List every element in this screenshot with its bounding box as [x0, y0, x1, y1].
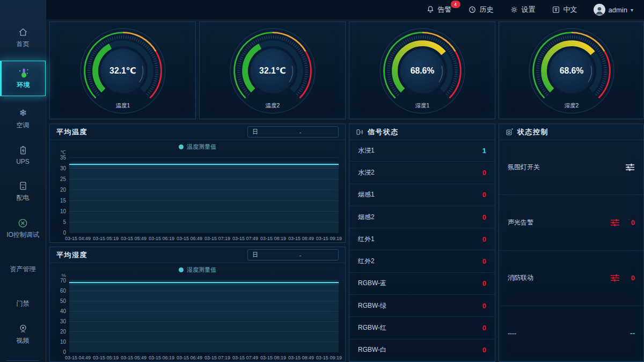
gridline [69, 157, 339, 158]
y-tick-label: 35 [60, 155, 66, 161]
language-label: 中文 [564, 5, 577, 15]
sidebar-item-label: 视频 [17, 336, 30, 345]
x-tick-label: 03-15 04:49 [65, 236, 91, 241]
sidebar-item-label: 门禁 [17, 299, 30, 308]
x-tick-label: 03-15 05:49 [121, 236, 147, 241]
control-icon [506, 128, 514, 136]
history-button[interactable]: 历史 [468, 5, 494, 15]
panel-title: 平均湿度 [56, 250, 87, 260]
x-tick-label: 03-15 06:19 [149, 236, 174, 241]
sidebar-item-env[interactable]: 环境 [0, 61, 46, 96]
gear-icon [510, 5, 518, 14]
gridline [69, 352, 339, 352]
sidebar-item-label: IO控制调试 [6, 230, 39, 240]
range-select[interactable]: 日 - [247, 126, 339, 137]
signal-value: 0 [482, 324, 486, 332]
range-mode: 日 [248, 128, 262, 136]
y-tick-label: 15 [60, 197, 66, 203]
signal-value: 0 [482, 235, 486, 243]
x-tick-label: 03-15 07:19 [204, 355, 230, 360]
legend-dot [179, 144, 184, 149]
x-axis: 03-15 04:4903-15 05:1903-15 05:4903-15 0… [65, 236, 342, 241]
y-tick-label: 10 [60, 208, 66, 214]
username: admin [609, 6, 627, 14]
history-label: 历史 [480, 5, 494, 15]
x-tick-label: 03-15 06:49 [177, 236, 202, 241]
x-tick-label: 03-15 06:49 [177, 355, 202, 360]
range-value: - [262, 129, 338, 135]
sidebar-item-ups[interactable]: UPS [0, 140, 46, 170]
x-tick-label: 03-15 07:49 [232, 236, 258, 241]
status-control-panel: 状态控制 氛围灯开关 声光告警 0消防联动 0---- -- [499, 124, 644, 362]
range-value: - [262, 252, 338, 258]
gauge-value: 32.1℃ [259, 66, 286, 75]
y-tick-label: 40 [60, 308, 66, 314]
plot-area: ℃ 35 30 25 20 15 10 5 0 [69, 157, 339, 233]
settings-label: 设置 [522, 5, 536, 15]
y-tick-label: 5 [63, 219, 66, 225]
sidebar-item-label: 资产管理 [10, 265, 36, 274]
signal-value: 0 [482, 302, 486, 310]
battery-icon [18, 144, 28, 156]
signal-row: 烟感1 0 [349, 184, 495, 206]
sidebar-item-label: 配电 [17, 193, 30, 202]
sidebar-item-assets[interactable]: 资产管理 [0, 260, 46, 279]
gauge: 32.1℃ 温度2 [200, 23, 345, 119]
range-mode: 日 [248, 251, 262, 259]
control-row: ---- -- [499, 306, 643, 361]
range-select[interactable]: 日 - [247, 249, 339, 260]
gauge-label: 温度1 [115, 103, 130, 108]
sliders-icon[interactable] [625, 163, 635, 171]
signal-value: 0 [482, 213, 486, 221]
signal-label: RGBW-红 [358, 323, 386, 332]
sidebar-item-video[interactable]: 视频 [0, 318, 46, 350]
sidebar-item-ac[interactable]: ❄空调 [0, 103, 46, 135]
gauge: 68.6% 湿度2 [499, 23, 643, 119]
signal-status-panel: 信号状态 水浸1 1水浸2 0烟感1 0烟感2 0红外1 0红外2 0RGBW-… [349, 124, 495, 362]
alarm-button[interactable]: 告警 4 [426, 5, 452, 15]
signal-row: RGBW-蓝 0 [349, 273, 495, 295]
y-tick-label: 0 [63, 349, 66, 355]
x-tick-label: 03-15 07:19 [204, 236, 230, 241]
legend-dot [179, 267, 184, 272]
data-line [69, 282, 339, 283]
sliders-icon[interactable] [610, 274, 620, 282]
history-icon [468, 5, 477, 14]
sidebar-item-home[interactable]: 首页 [0, 21, 46, 54]
x-tick-label: 03-15 07:49 [232, 355, 258, 360]
legend[interactable]: 湿度测量值 [50, 266, 345, 274]
avg-humidity-panel: 平均湿度 日 - 湿度测量值 % 70 60 50 40 30 20 10 0 [49, 247, 346, 362]
panel-title: 状态控制 [517, 127, 548, 137]
gauge-panel-3: 68.6% 湿度1 [349, 21, 495, 119]
y-tick-label: 70 [60, 278, 66, 284]
avg-temperature-panel: 平均温度 日 - 温度测量值 ℃ 35 30 25 20 15 10 5 0 [49, 124, 346, 243]
gridline [69, 280, 339, 281]
signal-label: RGBW-白 [358, 345, 386, 354]
sidebar-item-door[interactable]: 门禁 [0, 294, 46, 313]
signal-row: RGBW-红 0 [349, 317, 495, 339]
user-menu[interactable]: admin ▾ [594, 4, 633, 16]
legend[interactable]: 温度测量值 [50, 143, 345, 151]
signal-label: 烟感1 [358, 190, 375, 199]
signal-row: 红外1 0 [349, 228, 495, 250]
snowflake-icon: ❄ [19, 107, 26, 119]
y-tick-label: 20 [60, 187, 66, 193]
settings-button[interactable]: 设置 [510, 5, 536, 15]
sidebar-clock: 09:49:01 2024-03-15 [0, 355, 46, 362]
signal-label: 烟感2 [358, 213, 375, 222]
y-tick-label: 30 [60, 165, 66, 171]
control-value: 0 [630, 219, 635, 227]
control-row: 氛围灯开关 [499, 140, 643, 195]
sidebar-item-label: 空调 [17, 121, 30, 130]
io-icon [17, 217, 28, 229]
language-button[interactable]: 中文 [552, 5, 577, 15]
sidebar-item-power[interactable]: 配电 [0, 175, 46, 207]
signal-label: 红外2 [358, 257, 375, 266]
thermometer-icon [17, 67, 30, 79]
divider [6, 360, 39, 361]
control-value: -- [630, 329, 635, 337]
sliders-icon[interactable] [610, 219, 620, 227]
chevron-down-icon: ▾ [631, 7, 633, 13]
sidebar-item-io[interactable]: IO控制调试 [0, 212, 46, 244]
x-tick-label: 03-15 09:19 [316, 236, 342, 241]
